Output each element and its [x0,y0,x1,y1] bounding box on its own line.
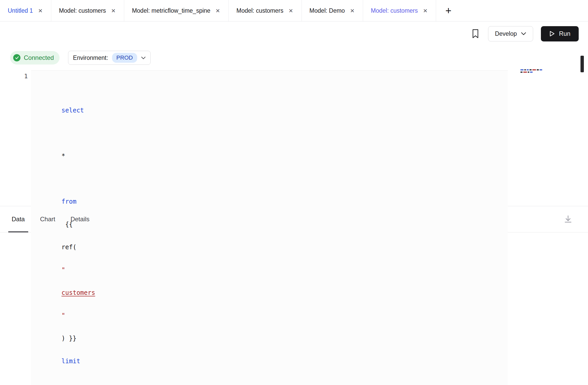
code-token: ) }} [62,335,80,342]
tab-close-icon[interactable]: ✕ [288,8,294,14]
code-token: " [62,312,65,319]
tab-label: Model: customers [371,7,418,14]
develop-button[interactable]: Develop [488,26,533,41]
code-editor[interactable]: 1 select * from {{ ref( " customers [0,65,588,206]
connection-status-label: Connected [24,54,54,61]
status-row: Connected Environment: PROD [10,51,588,65]
code-token: select [62,107,84,114]
code-input[interactable]: select * from {{ ref( " customers " ) }} [31,70,508,385]
results-tab[interactable]: Chart [37,206,59,232]
minimap-line [520,72,544,73]
results-tab[interactable]: Data [8,206,28,232]
tabs-list: Untitled 1 ✕ Model: customers ✕ Model: m… [0,0,436,21]
code-token [62,130,65,137]
code-token: " [62,266,65,274]
results-tab-label: Details [70,216,89,223]
code-token: ref( [62,244,77,251]
chevron-down-icon [141,56,146,59]
chevron-down-icon [521,32,526,35]
editor-tab[interactable]: Untitled 1 ✕ [0,0,51,21]
code-token [62,175,65,182]
editor-tab[interactable]: Model: customers ✕ [229,0,302,21]
tab-label: Model: Demo [310,7,345,14]
environment-badge: PROD [112,53,137,63]
run-button[interactable]: Run [541,26,579,41]
results-tabs: Data Chart Details [8,206,93,232]
play-icon [549,31,555,37]
tab-close-icon[interactable]: ✕ [215,8,221,14]
code-token [62,380,65,385]
code-token: from [62,198,77,205]
connection-status-badge: Connected [10,51,60,65]
editor-tab[interactable]: Model: metricflow_time_spine ✕ [124,0,229,21]
minimap[interactable] [520,69,544,74]
new-tab-button[interactable]: + [443,5,454,16]
editor-tab-bar: Untitled 1 ✕ Model: customers ✕ Model: m… [0,0,588,22]
editor-tab[interactable]: Model: Demo ✕ [302,0,363,21]
bookmark-icon[interactable] [471,28,480,39]
toolbar: Develop Run [0,22,588,46]
minimap-line [520,69,544,70]
code-token: customers [62,289,95,296]
develop-button-label: Develop [495,30,517,37]
tab-close-icon[interactable]: ✕ [38,8,43,14]
editor-scrollbar-thumb[interactable] [580,56,584,72]
tab-label: Model: metricflow_time_spine [132,7,210,14]
tab-label: Untitled 1 [8,7,33,14]
tab-close-icon[interactable]: ✕ [111,8,116,14]
editor-tab[interactable]: Model: customers ✕ [363,0,436,21]
code-token: limit [62,358,80,365]
environment-label: Environment: [73,54,108,61]
check-icon [13,54,20,61]
tab-label: Model: customers [59,7,106,14]
results-tab-label: Chart [40,216,55,223]
editor-tab[interactable]: Model: customers ✕ [51,0,124,21]
run-button-label: Run [559,30,570,37]
results-tab-label: Data [12,216,25,223]
code-token: * [62,152,65,160]
tab-close-icon[interactable]: ✕ [423,8,428,14]
environment-selector[interactable]: Environment: PROD [68,51,151,65]
results-tab[interactable]: Details [67,206,93,232]
tab-close-icon[interactable]: ✕ [349,8,355,14]
tab-label: Model: customers [236,7,283,14]
